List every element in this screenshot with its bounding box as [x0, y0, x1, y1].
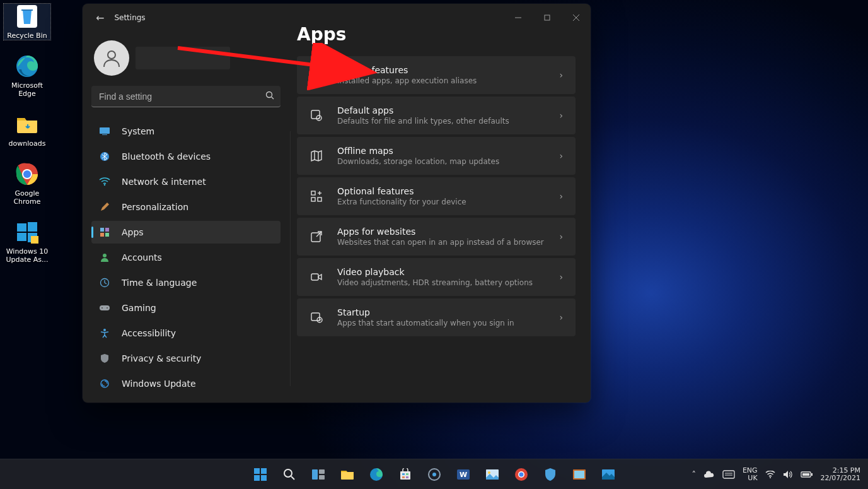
nav-item-network[interactable]: Network & internet: [91, 170, 281, 193]
settings-window: ← Settings: [83, 4, 591, 403]
keyboard-icon[interactable]: [722, 470, 735, 479]
svg-rect-7: [17, 233, 26, 241]
svg-rect-66: [406, 476, 408, 478]
card-video-playback[interactable]: Video playbackVideo adjustments, HDR str…: [297, 258, 576, 296]
desktop-icon-downloads[interactable]: downloads: [4, 112, 50, 148]
nav-item-time-language[interactable]: Time & language: [91, 271, 281, 294]
nav-item-windows-update[interactable]: Windows Update: [91, 372, 281, 395]
person-icon: [99, 252, 110, 263]
nav-label: Apps: [122, 227, 144, 237]
card-offline-maps[interactable]: Offline mapsDownloads, storage location,…: [297, 137, 576, 175]
taskbar-search-button[interactable]: [277, 462, 302, 487]
battery-tray-icon[interactable]: [801, 471, 813, 478]
desktop-icon-chrome[interactable]: Google Chrome: [4, 162, 50, 206]
accessibility-icon: [99, 327, 110, 339]
nav-label: Windows Update: [122, 379, 196, 389]
file-explorer-button[interactable]: [335, 462, 360, 487]
card-optional-features[interactable]: Optional featuresExtra functionality for…: [297, 177, 576, 215]
svg-rect-38: [311, 110, 320, 119]
nav-item-bluetooth[interactable]: Bluetooth & devices: [91, 145, 281, 168]
profile-header[interactable]: [94, 40, 281, 76]
chrome-taskbar-button[interactable]: [509, 462, 534, 487]
card-apps-features[interactable]: Apps & featuresInstalled apps, app execu…: [297, 56, 576, 94]
tray-chevron-up-icon[interactable]: ˄: [692, 469, 696, 479]
svg-point-30: [103, 329, 106, 331]
system-icon: [99, 126, 110, 137]
search-input[interactable]: [91, 86, 281, 107]
svg-rect-59: [319, 469, 325, 474]
word-button[interactable]: W: [451, 462, 476, 487]
wifi-tray-icon[interactable]: [765, 471, 775, 478]
back-icon[interactable]: ←: [96, 12, 104, 24]
nav-item-accounts[interactable]: Accounts: [91, 246, 281, 269]
svg-rect-11: [545, 15, 550, 20]
card-title: Video playback: [337, 267, 545, 277]
nav-item-personalization[interactable]: Personalization: [91, 196, 281, 218]
svg-point-4: [23, 170, 31, 178]
svg-point-56: [284, 469, 292, 477]
card-apps-for-websites[interactable]: Apps for websitesWebsites that can open …: [297, 218, 576, 256]
onedrive-icon[interactable]: [703, 471, 715, 478]
desktop-icon-edge[interactable]: Microsoft Edge: [4, 54, 50, 98]
chevron-right-icon: ›: [559, 70, 563, 80]
desktop-icon-windows-update-assistant[interactable]: Windows 10 Update As...: [4, 220, 50, 264]
nav-item-gaming[interactable]: Gaming: [91, 297, 281, 319]
card-title: Apps for websites: [337, 227, 545, 237]
svg-point-82: [770, 477, 771, 478]
chevron-right-icon: ›: [559, 232, 563, 242]
svg-rect-60: [319, 475, 325, 480]
page-title: Apps: [297, 24, 576, 45]
svg-rect-52: [254, 468, 260, 474]
desktop-icons: Recycle Bin Microsoft Edge downloads Goo…: [4, 4, 50, 264]
chevron-right-icon: ›: [559, 191, 563, 201]
card-subtitle: Video adjustments, HDR streaming, batter…: [337, 278, 545, 287]
taskbar-tray: ˄ ENG UK 2:15 PM 22/07/2021: [684, 467, 868, 482]
card-default-apps[interactable]: Default appsDefaults for file and link t…: [297, 97, 576, 134]
gallery-button[interactable]: [596, 462, 621, 487]
nav-item-system[interactable]: System: [91, 120, 281, 143]
snipping-tool-button[interactable]: [567, 462, 592, 487]
chevron-right-icon: ›: [559, 312, 563, 322]
nav-label: Gaming: [122, 303, 156, 313]
svg-rect-54: [254, 475, 260, 481]
desktop-icon-recycle-bin[interactable]: Recycle Bin: [4, 4, 50, 40]
desktop-icon-label: Recycle Bin: [7, 32, 47, 40]
shield-icon: [99, 353, 110, 364]
nav-label: Bluetooth & devices: [122, 151, 211, 162]
bluetooth-icon: [99, 151, 110, 162]
svg-point-14: [108, 51, 115, 59]
store-button[interactable]: [393, 462, 418, 487]
svg-rect-22: [105, 228, 109, 232]
nav-label: System: [122, 126, 154, 136]
svg-rect-27: [100, 305, 110, 310]
start-button[interactable]: [248, 462, 273, 487]
settings-main: Apps Apps & featuresInstalled apps, app …: [289, 32, 591, 403]
paintbrush-icon: [99, 201, 110, 213]
svg-point-75: [519, 472, 523, 476]
window-title: Settings: [114, 13, 145, 22]
security-button[interactable]: [538, 462, 563, 487]
edge-taskbar-button[interactable]: [364, 462, 389, 487]
nav-item-privacy[interactable]: Privacy & security: [91, 347, 281, 370]
nav-item-apps[interactable]: Apps: [91, 221, 281, 244]
photos-taskbar-button[interactable]: [480, 462, 505, 487]
svg-rect-6: [28, 222, 37, 232]
desktop-icon-label: downloads: [9, 139, 46, 148]
card-startup[interactable]: StartupApps that start automatically whe…: [297, 298, 576, 336]
settings-taskbar-button[interactable]: [422, 462, 447, 487]
language-indicator[interactable]: ENG UK: [743, 467, 758, 482]
svg-rect-42: [311, 191, 315, 195]
card-title: Apps & features: [337, 65, 545, 75]
profile-name-redacted: [136, 47, 230, 69]
chevron-right-icon: ›: [559, 151, 563, 161]
taskbar-clock[interactable]: 2:15 PM 22/07/2021: [821, 467, 860, 482]
settings-cards: Apps & featuresInstalled apps, app execu…: [297, 56, 576, 336]
clock-date: 22/07/2021: [821, 474, 860, 482]
volume-tray-icon[interactable]: [783, 470, 793, 479]
edge-icon: [14, 54, 40, 79]
svg-point-20: [104, 184, 105, 186]
task-view-button[interactable]: [306, 462, 331, 487]
svg-point-29: [107, 307, 108, 309]
svg-rect-58: [312, 469, 318, 480]
nav-item-accessibility[interactable]: Accessibility: [91, 322, 281, 345]
